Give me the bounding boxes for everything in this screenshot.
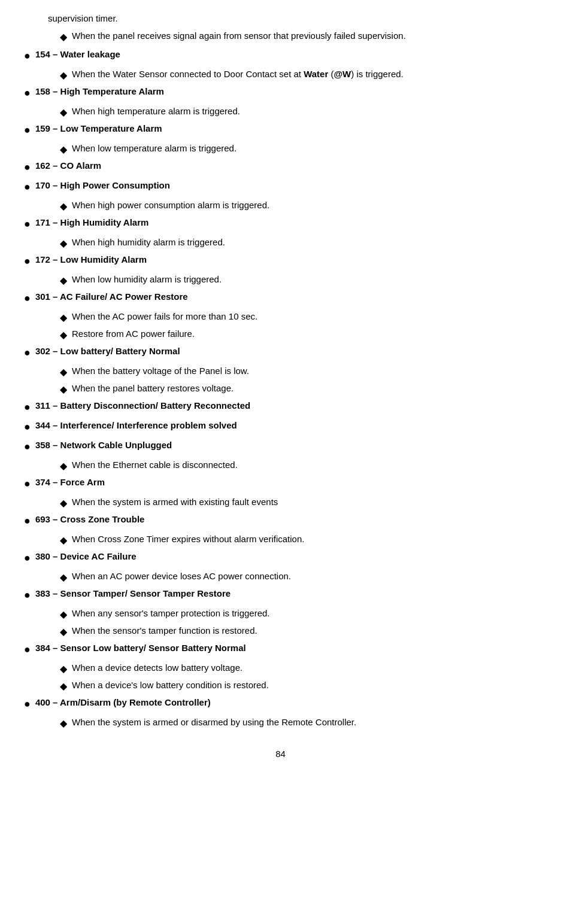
diamond-icon: ◆ [60, 199, 67, 214]
section-header-358: ●358 – Network Cable Unplugged [24, 439, 537, 455]
sub-item-text-384-1: When a device's low battery condition is… [72, 679, 269, 692]
diamond-icon: ◆ [60, 236, 67, 251]
diamond-icon: ◆ [60, 142, 67, 157]
bullet-circle-icon: ● [24, 290, 31, 306]
sub-item-text-301-0: When the AC power fails for more than 10… [72, 310, 257, 324]
section-title-400: 400 – Arm/Disarm (by Remote Controller) [35, 696, 211, 710]
section-header-344: ●344 – Interference/ Interference proble… [24, 419, 537, 435]
section-172: ●172 – Low Humidity Alarm◆When low humid… [24, 253, 537, 288]
diamond-icon: ◆ [60, 607, 67, 622]
sub-item-302-0: ◆When the battery voltage of the Panel i… [60, 364, 537, 379]
diamond-icon: ◆ [60, 662, 67, 676]
sub-item-383-0: ◆When any sensor's tamper protection is … [60, 607, 537, 622]
sub-item-384-0: ◆When a device detects low battery volta… [60, 661, 537, 676]
bullet-circle-icon: ● [24, 550, 31, 566]
section-header-400: ●400 – Arm/Disarm (by Remote Controller) [24, 696, 537, 712]
sub-item-159-0: ◆When low temperature alarm is triggered… [60, 142, 537, 157]
sections-container: ●154 – Water leakage◆When the Water Sens… [24, 48, 537, 731]
section-374: ●374 – Force Arm◆When the system is arme… [24, 476, 537, 510]
sub-item-171-0: ◆When high humidity alarm is triggered. [60, 236, 537, 251]
bullet-circle-icon: ● [24, 399, 31, 415]
sub-item-301-1: ◆Restore from AC power failure. [60, 327, 537, 342]
diamond-icon: ◆ [60, 311, 67, 325]
section-header-693: ●693 – Cross Zone Trouble [24, 513, 537, 529]
section-358: ●358 – Network Cable Unplugged◆When the … [24, 439, 537, 473]
bullet-circle-icon: ● [24, 513, 31, 529]
diamond-icon: ◆ [60, 496, 67, 510]
diamond-icon: ◆ [60, 328, 67, 342]
section-301: ●301 – AC Failure/ AC Power Restore◆When… [24, 290, 537, 342]
sub-item-text-158-0: When high temperature alarm is triggered… [72, 105, 240, 118]
diamond-icon: ◆ [60, 625, 67, 639]
diamond-icon: ◆ [60, 679, 67, 694]
sub-item-text-358-0: When the Ethernet cable is disconnected. [72, 458, 238, 472]
sub-item-text-171-0: When high humidity alarm is triggered. [72, 236, 225, 250]
diamond-icon: ◆ [60, 533, 67, 548]
diamond-icon: ◆ [60, 365, 67, 379]
section-header-302: ●302 – Low battery/ Battery Normal [24, 345, 537, 361]
section-title-358: 358 – Network Cable Unplugged [35, 439, 172, 452]
section-title-380: 380 – Device AC Failure [35, 550, 137, 564]
diamond-icon: ◆ [60, 30, 67, 44]
sub-item-384-1: ◆When a device's low battery condition i… [60, 679, 537, 694]
bullet-circle-icon: ● [24, 122, 31, 138]
section-302: ●302 – Low battery/ Battery Normal◆When … [24, 345, 537, 397]
section-header-383: ●383 – Sensor Tamper/ Sensor Tamper Rest… [24, 587, 537, 603]
intro-text: supervision timer. [48, 12, 537, 26]
section-693: ●693 – Cross Zone Trouble◆When Cross Zon… [24, 513, 537, 548]
intro-text-span: supervision timer. [48, 13, 118, 23]
diamond-icon: ◆ [60, 68, 67, 83]
section-383: ●383 – Sensor Tamper/ Sensor Tamper Rest… [24, 587, 537, 639]
section-title-374: 374 – Force Arm [35, 476, 105, 490]
sub-item-text-302-1: When the panel battery restores voltage. [72, 382, 234, 396]
sub-item-693-0: ◆When Cross Zone Timer expires without a… [60, 533, 537, 548]
main-content: supervision timer. ◆ When the panel rece… [24, 12, 537, 759]
bullet-circle-icon: ● [24, 696, 31, 712]
section-header-162: ●162 – CO Alarm [24, 159, 537, 175]
sub-item-text-154-0: When the Water Sensor connected to Door … [72, 68, 404, 81]
section-header-301: ●301 – AC Failure/ AC Power Restore [24, 290, 537, 306]
section-title-158: 158 – High Temperature Alarm [35, 85, 164, 99]
section-158: ●158 – High Temperature Alarm◆When high … [24, 85, 537, 120]
section-header-171: ●171 – High Humidity Alarm [24, 216, 537, 232]
section-171: ●171 – High Humidity Alarm◆When high hum… [24, 216, 537, 251]
section-header-159: ●159 – Low Temperature Alarm [24, 122, 537, 138]
section-title-154: 154 – Water leakage [35, 48, 120, 62]
sub-item-text-170-0: When high power consumption alarm is tri… [72, 199, 269, 212]
bullet-circle-icon: ● [24, 476, 31, 492]
bullet-circle-icon: ● [24, 642, 31, 658]
section-400: ●400 – Arm/Disarm (by Remote Controller)… [24, 696, 537, 731]
section-159: ●159 – Low Temperature Alarm◆When low te… [24, 122, 537, 157]
sub-item-172-0: ◆When low humidity alarm is triggered. [60, 273, 537, 288]
sub-item-text-693-0: When Cross Zone Timer expires without al… [72, 533, 304, 546]
sub-item-358-0: ◆When the Ethernet cable is disconnected… [60, 458, 537, 473]
sub-item-text-374-0: When the system is armed with existing f… [72, 496, 278, 509]
section-header-172: ●172 – Low Humidity Alarm [24, 253, 537, 269]
sub-item-text-159-0: When low temperature alarm is triggered. [72, 142, 236, 156]
sub-item-158-0: ◆When high temperature alarm is triggere… [60, 105, 537, 120]
bullet-circle-icon: ● [24, 48, 31, 64]
sub-item-301-0: ◆When the AC power fails for more than 1… [60, 310, 537, 325]
section-header-380: ●380 – Device AC Failure [24, 550, 537, 566]
diamond-icon: ◆ [60, 459, 67, 473]
sub-item-text-301-1: Restore from AC power failure. [72, 327, 195, 341]
bullet-circle-icon: ● [24, 216, 31, 232]
page-number-value: 84 [275, 749, 286, 759]
sub-item-374-0: ◆When the system is armed with existing … [60, 496, 537, 510]
section-title-383: 383 – Sensor Tamper/ Sensor Tamper Resto… [35, 587, 231, 601]
bullet-circle-icon: ● [24, 345, 31, 361]
section-header-170: ●170 – High Power Consumption [24, 179, 537, 195]
section-344: ●344 – Interference/ Interference proble… [24, 419, 537, 435]
section-title-384: 384 – Sensor Low battery/ Sensor Battery… [35, 642, 246, 655]
page-number: 84 [24, 749, 537, 759]
section-170: ●170 – High Power Consumption◆When high … [24, 179, 537, 214]
sub-item-text-383-1: When the sensor's tamper function is res… [72, 624, 257, 638]
diamond-icon: ◆ [60, 105, 67, 120]
intro-bullet-text: When the panel receives signal again fro… [72, 29, 406, 43]
section-311: ●311 – Battery Disconnection/ Battery Re… [24, 399, 537, 415]
diamond-icon: ◆ [60, 382, 67, 397]
sub-item-400-0: ◆When the system is armed or disarmed by… [60, 716, 537, 731]
section-162: ●162 – CO Alarm [24, 159, 537, 175]
section-header-154: ●154 – Water leakage [24, 48, 537, 64]
sub-item-text-384-0: When a device detects low battery voltag… [72, 661, 242, 675]
